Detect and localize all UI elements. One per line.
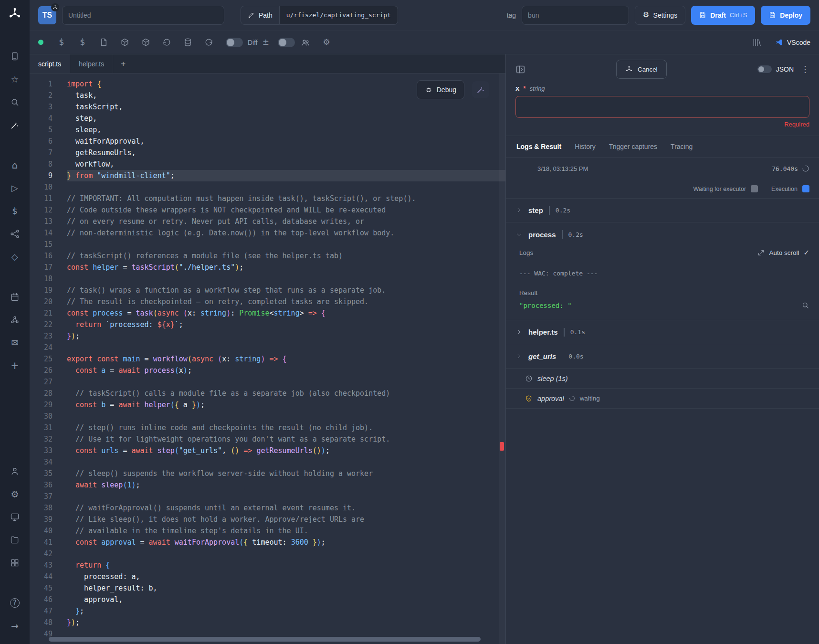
sidebar-item-runs[interactable]: ▷ [0,177,30,200]
panel-toggle-button[interactable] [515,64,525,74]
draft-button[interactable]: Draft Ctrl+S [691,6,755,25]
code-editor[interactable]: 1234567891011121314151617181920212223242… [30,74,505,644]
run-timestamp: 3/18, 03:13:25 PM [537,165,588,172]
sidebar-item-help[interactable]: ? [0,591,30,614]
reader-icon [10,52,20,61]
toolbar-package-button[interactable] [114,34,135,51]
collab-users-button[interactable] [295,34,316,51]
home-icon: ⌂ [12,160,18,170]
settings-button[interactable]: ⚙ Settings [635,6,685,25]
diff-label: Diff [248,39,258,46]
tab-tracing[interactable]: Tracing [664,136,699,157]
sidebar-item-search[interactable] [0,91,30,114]
timeline-row-helper[interactable]: helper.ts 0.1s [506,320,819,344]
tag-input[interactable] [522,6,629,25]
editor-horizontal-scrollbar[interactable] [49,637,481,642]
script-name-input[interactable] [62,6,224,25]
diamond-icon: ◇ [11,253,18,261]
sidebar-item-workers[interactable] [0,506,30,528]
json-toggle[interactable] [757,65,772,73]
timeline-name: get_urls [528,352,556,360]
script-path-value[interactable]: u/rfiszel/captivating_script [280,6,398,25]
sidebar-item-add[interactable]: + [0,354,30,377]
substep-name: sleep (1s) [537,375,568,382]
substep-status: waiting [580,395,600,402]
mail-icon: ✉ [11,338,18,347]
sidebar-item-apps[interactable] [0,551,30,574]
sidebar-item-groups[interactable] [0,308,30,331]
sidebar-item-reader[interactable] [0,45,30,68]
sidebar-item-home[interactable]: ⌂ [0,154,30,177]
code-lines[interactable]: import { task, taskScript, step, sleep, … [67,78,505,644]
x-field-input[interactable] [515,96,809,118]
diff-toggle[interactable] [226,38,243,47]
sidebar-item-account[interactable] [0,460,30,483]
edit-path-button[interactable]: Path [241,6,280,25]
timeline-row-get-urls[interactable]: get_urls 0.0s [506,344,819,368]
sidebar-item-favorites[interactable]: ☆ [0,68,30,91]
sidebar-item-folders[interactable] [0,528,30,551]
save-icon [769,11,776,19]
cancel-button[interactable]: Cancel [616,60,667,79]
sidebar-collapse-button[interactable]: → [0,614,30,637]
sidebar-item-variables[interactable]: $ [0,200,30,222]
chevron-down-icon [515,231,523,238]
sidebar-item-flows[interactable] [0,222,30,245]
duration-separator [564,328,565,337]
plus-minus-icon[interactable]: ± [262,38,269,46]
windmill-icon [625,65,633,73]
open-vscode-button[interactable]: VScode [775,38,810,46]
editor-settings-button[interactable]: ⚙ [316,34,337,51]
substep-approval[interactable]: approval waiting [506,388,819,408]
chevron-right-icon [515,328,523,336]
timeline-duration: 0.1s [570,328,585,336]
sidebar-item-schedules[interactable] [0,285,30,308]
ai-wand-button[interactable] [472,81,489,98]
line-numbers[interactable]: 1234567891011121314151617181920212223242… [30,78,52,644]
app-sidebar: ☆ ⌂ ▷ $ ◇ ✉ + ⚙ ? → [0,0,30,644]
library-button[interactable] [746,34,767,51]
timeline-duration: 0.2s [568,231,583,238]
toolbar-script-button[interactable] [93,34,114,51]
tab-script-ts[interactable]: script.ts [30,54,70,73]
field-label: x* string [515,84,809,92]
kebab-menu-icon[interactable]: ⋮ [801,65,809,74]
toolbar-package-alt-button[interactable] [135,34,156,51]
sidebar-item-settings[interactable]: ⚙ [0,483,30,506]
check-icon[interactable]: ✓ [803,249,809,256]
execution-legend-swatch [802,185,809,192]
auto-scroll-control[interactable]: Auto scroll ✓ [757,249,809,256]
toolbar-rotate-button[interactable] [156,34,177,51]
gear-icon: ⚙ [10,490,19,499]
timeline-duration: 0.0s [568,353,583,360]
windmill-logo[interactable] [0,0,30,28]
editor-toolbar: $ $ Diff ± ⚙ VScode [30,31,819,54]
timeline-row-process[interactable]: process 0.2s [506,222,819,246]
deploy-button[interactable]: Deploy [761,6,810,25]
timeline-row-step[interactable]: step 0.2s [506,199,819,222]
tab-history[interactable]: History [568,136,602,157]
tab-trigger-captures[interactable]: Trigger captures [602,136,664,157]
debug-button[interactable]: Debug [417,80,464,99]
calendar-icon [10,292,20,302]
workflow-substeps: sleep (1s) approval waiting [506,368,819,409]
tab-logs-result[interactable]: Logs & Result [510,136,568,157]
editor-vertical-scrollbar[interactable] [499,74,505,644]
result-value: "processed: " [519,302,572,309]
log-output: --- WAC: complete --- [519,270,809,277]
magnifier-icon[interactable] [801,301,809,309]
toolbar-resources-button[interactable]: $ [72,34,93,51]
spinner-icon [569,395,575,401]
substep-sleep[interactable]: sleep (1s) [506,368,819,388]
folder-icon [10,535,20,545]
collab-toggle[interactable] [278,38,295,47]
toolbar-variables-button[interactable]: $ [51,34,72,51]
sidebar-item-editor[interactable] [0,114,30,137]
toolbar-database-button[interactable] [177,34,198,51]
top-header: TS Path u/rfiszel/captivating_script tag… [30,0,819,31]
sidebar-item-mail[interactable]: ✉ [0,331,30,354]
tab-helper-ts[interactable]: helper.ts [70,54,113,73]
toolbar-refresh-button[interactable] [198,34,219,51]
sidebar-item-resources[interactable]: ◇ [0,245,30,268]
add-tab-button[interactable]: + [113,54,133,73]
